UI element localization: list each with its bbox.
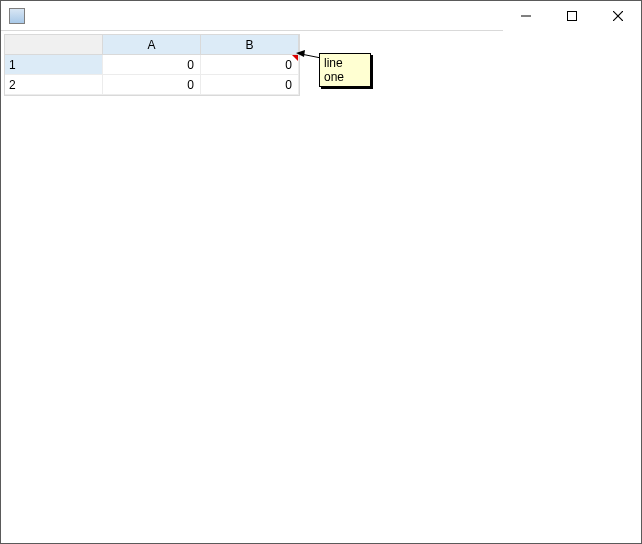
- column-header-row: A B: [5, 35, 299, 55]
- grid-corner[interactable]: [5, 35, 103, 55]
- data-grid[interactable]: A B 1 0 0 2 0 0: [4, 34, 300, 96]
- cell-note-popup[interactable]: line one: [319, 53, 371, 87]
- row-header-1[interactable]: 1: [5, 55, 103, 75]
- minimize-button[interactable]: [503, 1, 549, 31]
- application-window: A B 1 0 0 2 0 0: [0, 0, 642, 544]
- svg-rect-1: [568, 12, 577, 21]
- table-row: 2 0 0: [5, 75, 299, 95]
- note-indicator-icon[interactable]: [292, 55, 298, 61]
- app-icon: [9, 8, 25, 24]
- maximize-icon: [567, 11, 577, 21]
- note-text: line one: [324, 56, 344, 84]
- cell-b1[interactable]: 0: [201, 55, 299, 75]
- row-header-2[interactable]: 2: [5, 75, 103, 95]
- column-header-a[interactable]: A: [103, 35, 201, 55]
- cell-value: 0: [285, 58, 292, 72]
- client-area: A B 1 0 0 2 0 0: [1, 31, 641, 543]
- cell-a1[interactable]: 0: [103, 55, 201, 75]
- cell-b2[interactable]: 0: [201, 75, 299, 95]
- close-icon: [613, 11, 623, 21]
- cell-value: 0: [187, 78, 194, 92]
- cell-value: 0: [187, 58, 194, 72]
- svg-line-4: [301, 54, 321, 58]
- cell-value: 0: [285, 78, 292, 92]
- minimize-icon: [521, 11, 531, 21]
- column-header-b[interactable]: B: [201, 35, 299, 55]
- window-controls: [503, 1, 641, 31]
- title-bar[interactable]: [1, 1, 641, 31]
- close-button[interactable]: [595, 1, 641, 31]
- table-row: 1 0 0: [5, 55, 299, 75]
- maximize-button[interactable]: [549, 1, 595, 31]
- cell-a2[interactable]: 0: [103, 75, 201, 95]
